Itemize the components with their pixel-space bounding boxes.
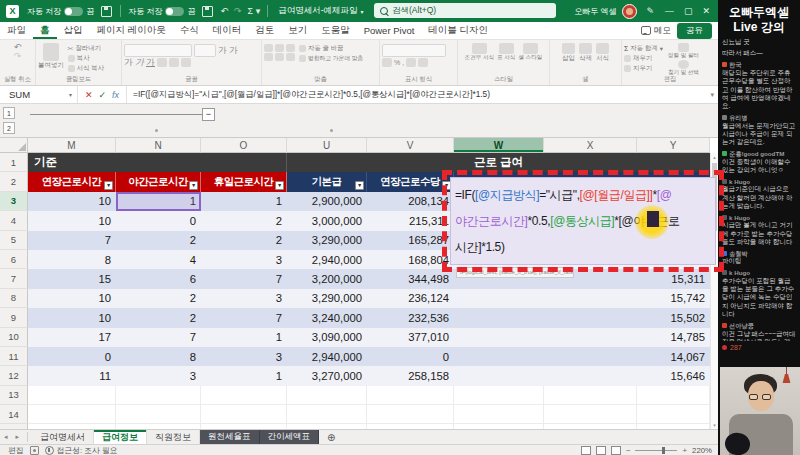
cell-M5[interactable]: 7: [28, 231, 116, 250]
align-middle-icon[interactable]: [275, 44, 284, 52]
cell-M8[interactable]: 10: [28, 289, 116, 308]
cell-styles-button[interactable]: 셀 스타일: [518, 43, 542, 62]
account-name[interactable]: 오빠두 엑셀: [574, 6, 616, 17]
header-base-pay[interactable]: 기본급▾: [287, 172, 367, 191]
autosum-button[interactable]: Σ자동 합계▾: [624, 44, 663, 53]
cell-M6[interactable]: 8: [28, 250, 116, 269]
formula-input[interactable]: =IF([@지급방식]="시급",[@[월급/일급]]*[@야간근로시간]*0.…: [127, 89, 706, 100]
underline-icon[interactable]: 가: [146, 58, 155, 67]
tab-file[interactable]: 파일: [0, 22, 33, 39]
accessibility-status[interactable]: 접근성: 조사 필요: [45, 445, 118, 455]
cell-V13[interactable]: [367, 386, 454, 405]
scroll-down-icon[interactable]: ▾: [711, 422, 718, 428]
cell-V3[interactable]: 208,134: [367, 192, 454, 211]
insert-cells-button[interactable]: 삽입: [562, 43, 575, 63]
sheet-tab-급여명세서[interactable]: 급여명세서: [32, 430, 94, 444]
zoom-slider[interactable]: [635, 450, 677, 451]
border-icon[interactable]: [157, 58, 167, 67]
cell-Y10[interactable]: 14,785: [637, 328, 710, 347]
cell-V10[interactable]: 377,010: [367, 328, 454, 347]
row-header-8[interactable]: 8: [0, 289, 28, 308]
outline-collapse-button[interactable]: −: [202, 108, 215, 121]
page-layout-view-icon[interactable]: [596, 446, 606, 455]
search-box[interactable]: 검색(Alt+Q): [374, 3, 556, 18]
cell-O7[interactable]: 7: [201, 269, 287, 288]
chat-messages[interactable]: 신뇨님 굿따라서 패스—한국해당되는 주단위로 주휴근무수당을 별도 산정하고 …: [722, 38, 797, 341]
cell-M14[interactable]: [28, 405, 116, 424]
column-header-M[interactable]: M: [28, 138, 116, 153]
fill-button[interactable]: 채우기: [624, 54, 663, 63]
sort-filter-button[interactable]: 정렬 및 필터: [668, 43, 699, 60]
delete-cells-button[interactable]: 삭제: [579, 43, 592, 63]
cell-N4[interactable]: 0: [116, 211, 201, 230]
cell-U13[interactable]: [287, 386, 367, 405]
cell-M12[interactable]: 11: [28, 366, 116, 385]
zoom-slider-thumb[interactable]: [662, 447, 665, 454]
column-header-O[interactable]: O: [201, 138, 287, 153]
copy-button[interactable]: 복사: [68, 54, 104, 63]
column-header-Y[interactable]: Y: [637, 138, 710, 153]
paste-button[interactable]: 붙여넣기: [38, 43, 64, 74]
fill-color-icon[interactable]: [169, 58, 179, 67]
scroll-up-icon[interactable]: ▴: [711, 154, 718, 160]
align-left-icon[interactable]: [264, 53, 273, 61]
cell-U9[interactable]: 3,240,000: [287, 308, 367, 327]
cell-N11[interactable]: 8: [116, 347, 201, 366]
row-header-5[interactable]: 5: [0, 231, 28, 250]
cell-V7[interactable]: 344,498: [367, 269, 454, 288]
tab-formulas[interactable]: 수식: [173, 22, 206, 39]
redo-icon[interactable]: ↷: [234, 6, 242, 16]
cell-O6[interactable]: 3: [201, 250, 287, 269]
cell-U3[interactable]: 2,900,000: [287, 192, 367, 211]
cell-M10[interactable]: 17: [28, 328, 116, 347]
format-painter-button[interactable]: 서식 복사: [68, 64, 104, 73]
share-button[interactable]: 공유: [677, 23, 712, 39]
italic-icon[interactable]: 가: [135, 58, 144, 67]
row-header-12[interactable]: 12: [0, 366, 28, 385]
cell-W10[interactable]: [454, 328, 544, 347]
filter-icon[interactable]: ▾: [355, 181, 364, 190]
column-header-W[interactable]: W: [454, 138, 544, 153]
percent-icon[interactable]: %: [394, 59, 400, 66]
tab-insert[interactable]: 삽입: [57, 22, 90, 39]
cell-V8[interactable]: 236,124: [367, 289, 454, 308]
comments-button[interactable]: 메모: [641, 25, 671, 37]
cell-merged-standard-title[interactable]: 기준: [28, 153, 287, 172]
restore-button[interactable]: ▢: [682, 6, 695, 16]
cell-N10[interactable]: 7: [116, 328, 201, 347]
quick-save-icon[interactable]: [202, 6, 213, 17]
tab-data[interactable]: 데이터: [206, 22, 249, 39]
redo-icon[interactable]: ↷: [2, 52, 33, 61]
page-break-view-icon[interactable]: [611, 446, 621, 455]
autosave-toggle[interactable]: 자동 저장 끔: [27, 6, 94, 17]
cell-N12[interactable]: 3: [116, 366, 201, 385]
cancel-entry-icon[interactable]: ✕: [85, 90, 93, 100]
cell-O13[interactable]: [201, 386, 287, 405]
cell-O5[interactable]: 2: [201, 231, 287, 250]
filter-icon[interactable]: ▾: [189, 181, 198, 190]
cell-X10[interactable]: [544, 328, 637, 347]
align-center-icon[interactable]: [275, 53, 284, 61]
column-header-N[interactable]: N: [116, 138, 201, 153]
cell-U12[interactable]: 3,270,000: [287, 366, 367, 385]
cell-X14[interactable]: [544, 405, 637, 424]
decrease-font-icon[interactable]: 가: [229, 46, 238, 55]
cell-O8[interactable]: 3: [201, 289, 287, 308]
ink-icon[interactable]: ✎: [646, 6, 654, 16]
cell-U14[interactable]: [287, 405, 367, 424]
cell-U7[interactable]: 3,200,000: [287, 269, 367, 288]
cell-Y11[interactable]: 14,067: [637, 347, 710, 366]
cell-U4[interactable]: 3,000,000: [287, 211, 367, 230]
cell-M4[interactable]: 10: [28, 211, 116, 230]
font-color-icon[interactable]: [181, 58, 191, 67]
formula-bar-expand-icon[interactable]: ▾: [706, 91, 718, 99]
cell-W9[interactable]: [454, 308, 544, 327]
cell-W11[interactable]: [454, 347, 544, 366]
cell-U6[interactable]: 2,940,000: [287, 250, 367, 269]
cell-Y8[interactable]: 15,742: [637, 289, 710, 308]
cell-W13[interactable]: [454, 386, 544, 405]
macro-record-icon[interactable]: [30, 446, 39, 455]
wrap-text-button[interactable]: 자동 줄 바꿈: [299, 44, 363, 53]
clear-button[interactable]: 지우기: [624, 64, 663, 73]
header-night-hours[interactable]: 야간근로시간▾: [116, 172, 201, 191]
